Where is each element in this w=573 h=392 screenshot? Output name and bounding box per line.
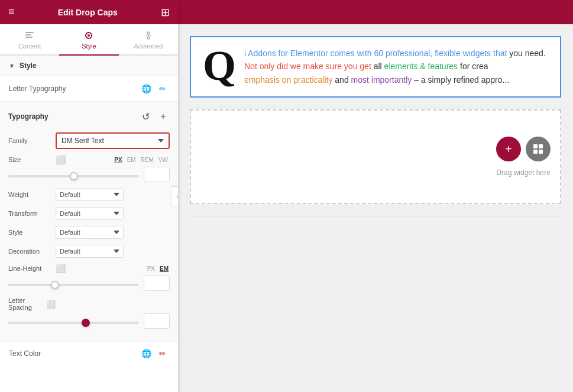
menu-icon[interactable]: ≡ [8,6,15,18]
style-tab-label: Style [82,43,96,50]
advanced-tab-icon [143,30,154,41]
panel-collapse-handle[interactable]: ‹ [171,186,178,206]
style-control: Default normalitalicoblique [56,226,170,239]
add-widget-button[interactable]: + [496,137,521,161]
letter-spacing-slider[interactable] [8,322,139,324]
weight-control: Default 100200300 400500600 700800900 [56,188,170,201]
tab-content[interactable]: Content [0,24,59,56]
dropcap-text: i Addons for Elementor comes with 60 pro… [244,47,548,86]
line-height-responsive-icon[interactable]: ⬜ [56,264,66,273]
add-buttons-group: + [496,137,551,161]
grid-icon[interactable]: ⊞ [161,6,170,19]
advanced-tab-label: Advanced [134,43,163,50]
line-height-label: Line-Height [8,265,56,272]
add-grid-button[interactable] [526,137,551,161]
letter-spacing-slider-row [8,313,170,329]
text-segment-5: – a simply refined appro... [414,75,509,85]
dropcap-letter: Q [203,44,236,87]
text-segment-red: Not only did we make sure you get [244,61,371,71]
canvas-top-bar [178,0,573,24]
panel-tabs: Content Style Advanced [0,24,178,56]
size-unit-px[interactable]: PX [112,156,124,164]
style-select[interactable]: Default normalitalicoblique [56,226,124,239]
text-segment-4: and [335,75,351,85]
tab-style[interactable]: Style [59,24,118,56]
letter-spacing-label: Letter Spacing ⬜ [8,297,56,311]
letter-typography-actions: 🌐 ✏ [140,82,169,95]
letter-spacing-responsive-icon[interactable]: ⬜ [46,300,56,309]
globe-icon[interactable]: 🌐 [140,82,153,95]
text-segment-2: all [374,61,384,71]
svg-rect-10 [533,144,538,148]
dropcap-widget[interactable]: Q i Addons for Elementor comes with 60 p… [190,36,561,98]
typography-header-actions: ↺ + [139,110,170,123]
decoration-control: Default underlineoverline line-throughno… [56,245,170,258]
size-units: PX EM REM VW [112,156,170,164]
decoration-label: Decoration [8,248,56,255]
text-segment-3: for crea [460,61,488,71]
family-control: DM Serif Text Arial Georgia Times New Ro… [56,132,170,149]
weight-select[interactable]: Default 100200300 400500600 700800900 [56,188,124,201]
size-unit-vw[interactable]: VW [157,156,170,164]
text-segment-1: you need. [509,48,546,58]
style-row: Style Default normalitalicoblique [8,226,170,239]
empty-zone-content: + Drag widget here [496,137,551,177]
section-heading-label: Style [20,61,37,70]
text-color-label: Text Color [9,349,41,358]
empty-drop-zone[interactable]: + Drag widget here [190,109,561,204]
style-tab-icon [83,30,94,41]
size-label: Size [8,156,56,163]
grid-add-icon [532,143,544,155]
typography-title: Typography [8,112,48,121]
line-height-row: Line-Height ⬜ PX EM [8,264,170,273]
content-tab-label: Content [18,43,41,50]
family-select[interactable]: DM Serif Text Arial Georgia Times New Ro… [56,132,170,149]
lh-unit-em[interactable]: EM [158,265,170,273]
edit-typography-icon[interactable]: ✏ [156,82,169,95]
line-height-input[interactable] [144,276,170,291]
letter-typography-label: Letter Typography [9,85,66,93]
panel-content-scroll: Letter Typography 🌐 ✏ Typography ↺ + Fam… [0,76,178,392]
left-panel: ≡ Edit Drop Caps ⊞ Content Style [0,0,178,392]
line-height-units: PX EM [146,265,170,273]
decoration-row: Decoration Default underlineoverline lin… [8,245,170,258]
tab-advanced[interactable]: Advanced [119,24,178,56]
panel-title: Edit Drop Caps [58,8,118,17]
svg-rect-1 [25,34,31,35]
transform-select[interactable]: Default uppercaselowercase capitalizenon… [56,207,124,220]
text-color-edit-icon[interactable]: ✏ [156,347,169,360]
drag-widget-label: Drag widget here [496,169,550,177]
canvas-divider [190,216,561,216]
svg-rect-13 [539,150,543,154]
svg-point-6 [147,37,150,39]
typography-reset-btn[interactable]: ↺ [139,110,152,123]
svg-rect-12 [533,150,538,154]
size-input[interactable] [144,167,170,182]
size-unit-em[interactable]: EM [125,156,138,164]
size-row: Size ⬜ PX EM REM VW [8,155,170,164]
line-height-slider-container [8,278,139,289]
text-segment-blue: i Addons for Elementor comes with 60 pro… [244,48,507,58]
family-row: Family DM Serif Text Arial Georgia Times… [8,132,170,149]
text-color-globe-icon[interactable]: 🌐 [140,347,153,360]
size-slider[interactable] [8,175,139,177]
line-height-slider[interactable] [8,284,139,286]
line-height-slider-row [8,276,170,291]
svg-point-4 [88,34,90,37]
size-slider-row [8,167,170,182]
letter-spacing-label-row: Letter Spacing ⬜ [8,297,170,311]
text-segment-green: elements & features [384,61,458,71]
letter-spacing-input[interactable] [144,313,170,329]
typography-add-btn[interactable]: + [157,110,170,123]
decoration-select[interactable]: Default underlineoverline line-throughno… [56,245,124,258]
svg-point-5 [147,32,150,34]
lh-unit-px[interactable]: PX [146,265,156,273]
weight-label: Weight [8,191,56,198]
typography-box: Typography ↺ + Family DM Serif Text Aria… [0,102,178,342]
text-segment-orange: emphasis on practicality [244,75,332,85]
section-collapse-icon[interactable]: ▼ [9,63,15,69]
family-label: Family [8,137,56,144]
size-responsive-icon[interactable]: ⬜ [56,155,66,164]
weight-row: Weight Default 100200300 400500600 70080… [8,188,170,201]
size-unit-rem[interactable]: REM [139,156,156,164]
